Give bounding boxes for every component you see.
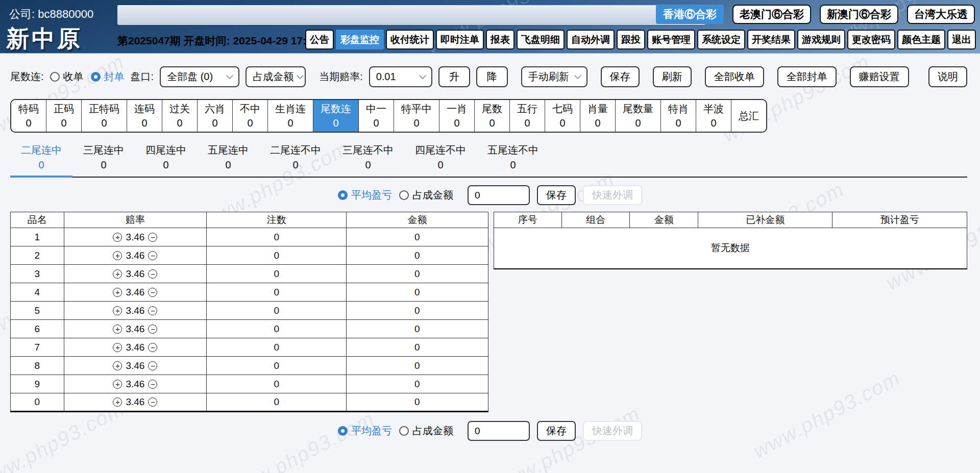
item-name-cell: 2 bbox=[11, 246, 64, 265]
nav-item[interactable]: 彩盘监控 bbox=[336, 30, 384, 49]
increase-odds-icon[interactable] bbox=[113, 306, 122, 315]
seal-all-button[interactable]: 全部封单 bbox=[777, 66, 837, 87]
category-tab[interactable]: 特肖 0 bbox=[661, 100, 696, 132]
raise-odds-button[interactable]: 升 bbox=[438, 66, 470, 87]
market-select[interactable]: 全部盘 (0) bbox=[160, 66, 239, 87]
nav-item[interactable]: 自动外调 bbox=[567, 30, 615, 49]
radio-icon bbox=[399, 190, 409, 200]
category-tab[interactable]: 特码 0 bbox=[11, 100, 46, 132]
category-tab[interactable]: 连码 0 bbox=[127, 100, 162, 132]
receive-all-button[interactable]: 全部收单 bbox=[705, 66, 764, 87]
refresh-button[interactable]: 刷新 bbox=[653, 66, 692, 87]
increase-odds-icon[interactable] bbox=[113, 380, 122, 389]
sub-tab[interactable]: 五尾连中 0 bbox=[197, 143, 259, 178]
nav-item[interactable]: 退出 bbox=[947, 30, 976, 49]
decrease-odds-icon[interactable] bbox=[148, 325, 157, 334]
decrease-odds-icon[interactable] bbox=[148, 397, 157, 407]
mode-radio-option[interactable]: 封单 bbox=[91, 70, 125, 84]
sub-tab[interactable]: 四尾连中 0 bbox=[135, 143, 197, 178]
lottery-tab[interactable]: 台湾大乐透 bbox=[907, 5, 975, 24]
nav-item[interactable]: 颜色主题 bbox=[897, 30, 945, 49]
nav-item[interactable]: 游戏规则 bbox=[797, 30, 845, 49]
save-button[interactable]: 保存 bbox=[601, 66, 640, 87]
category-tab[interactable]: 特平中 0 bbox=[394, 100, 439, 132]
help-button[interactable]: 说明 bbox=[928, 66, 967, 87]
category-tab[interactable]: 尾数连 0 bbox=[313, 100, 359, 132]
increase-odds-icon[interactable] bbox=[113, 288, 122, 297]
category-tab[interactable]: 六肖 0 bbox=[198, 100, 233, 132]
radio-icon bbox=[50, 72, 60, 82]
category-tab[interactable]: 尾数 0 bbox=[475, 100, 510, 132]
nav-item[interactable]: 开奖结果 bbox=[747, 30, 795, 49]
category-tab[interactable]: 肖量 0 bbox=[580, 100, 616, 132]
decrease-odds-icon[interactable] bbox=[148, 380, 157, 389]
sub-tab[interactable]: 二尾连不中 0 bbox=[259, 143, 332, 178]
category-tab[interactable]: 半波 0 bbox=[696, 100, 731, 132]
ratio-select[interactable]: 占成金额 bbox=[246, 66, 306, 87]
decrease-odds-icon[interactable] bbox=[148, 361, 157, 370]
sub-tab[interactable]: 三尾连不中 0 bbox=[332, 143, 404, 178]
decrease-odds-icon[interactable] bbox=[148, 251, 157, 260]
quick-adjust-button[interactable]: 快速外调 bbox=[583, 421, 642, 441]
category-tab[interactable]: 五行 0 bbox=[510, 100, 545, 132]
adjust-radio-option[interactable]: 平均盈亏 bbox=[338, 188, 392, 202]
category-tab[interactable]: 不中 0 bbox=[233, 100, 268, 132]
increase-odds-icon[interactable] bbox=[113, 251, 122, 260]
lottery-tab[interactable]: 老澳门⑥合彩 bbox=[732, 5, 811, 24]
increase-odds-icon[interactable] bbox=[113, 233, 122, 242]
adjust-bar-top: 平均盈亏 占成金额 保存 快速外调 bbox=[0, 185, 980, 205]
increase-odds-icon[interactable] bbox=[113, 325, 122, 334]
refresh-mode-select[interactable]: 手动刷新 bbox=[521, 66, 587, 87]
decrease-odds-icon[interactable] bbox=[148, 306, 157, 315]
decrease-odds-icon[interactable] bbox=[148, 288, 157, 297]
lottery-tab[interactable]: 香港⑥合彩 bbox=[656, 5, 724, 24]
nav-item[interactable]: 更改密码 bbox=[847, 30, 895, 49]
decrease-odds-icon[interactable] bbox=[148, 343, 157, 352]
adjust-save-button[interactable]: 保存 bbox=[537, 185, 576, 205]
lottery-tab[interactable]: 新澳门⑥合彩 bbox=[820, 5, 898, 24]
decrease-odds-icon[interactable] bbox=[148, 233, 157, 242]
nav-item[interactable]: 公告 bbox=[305, 30, 334, 49]
market-label: 盘口: bbox=[131, 70, 154, 84]
nav-item[interactable]: 收付统计 bbox=[386, 30, 434, 49]
category-tab[interactable]: 中一 0 bbox=[359, 100, 394, 132]
odds-cell: 3.46 bbox=[64, 338, 206, 357]
category-tab[interactable]: 过关 0 bbox=[162, 100, 198, 132]
odds-step-select[interactable]: 0.01 bbox=[369, 66, 432, 87]
nav-item[interactable]: 报表 bbox=[486, 30, 514, 49]
increase-odds-icon[interactable] bbox=[113, 343, 122, 352]
category-tab[interactable]: 总汇 bbox=[731, 100, 766, 132]
category-tab[interactable]: 尾数量 0 bbox=[616, 100, 661, 132]
sub-tab[interactable]: 三尾连中 0 bbox=[72, 143, 135, 178]
nav-item[interactable]: 飞盘明细 bbox=[517, 30, 565, 49]
mode-radio-option[interactable]: 收单 bbox=[50, 70, 84, 84]
category-tab[interactable]: 七码 0 bbox=[545, 100, 580, 132]
sub-tab[interactable]: 四尾连不中 0 bbox=[404, 143, 477, 178]
category-tab[interactable]: 一肖 0 bbox=[439, 100, 475, 132]
sub-tab[interactable]: 五尾连不中 0 bbox=[477, 143, 549, 178]
adjust-save-button[interactable]: 保存 bbox=[537, 421, 576, 441]
profit-settings-button[interactable]: 赚赔设置 bbox=[850, 66, 909, 87]
lower-odds-button[interactable]: 降 bbox=[476, 66, 508, 87]
quick-adjust-button[interactable]: 快速外调 bbox=[583, 185, 642, 205]
nav-item[interactable]: 跟投 bbox=[617, 30, 645, 49]
nav-item[interactable]: 系统设定 bbox=[697, 30, 745, 49]
category-tab[interactable]: 正特码 0 bbox=[82, 100, 127, 132]
nav-item[interactable]: 即时注单 bbox=[436, 30, 484, 49]
category-tab[interactable]: 生肖连 0 bbox=[268, 100, 313, 132]
adjust-amount-input[interactable] bbox=[468, 421, 530, 441]
nav-item[interactable]: 账号管理 bbox=[647, 30, 695, 49]
increase-odds-icon[interactable] bbox=[113, 269, 122, 279]
adjust-radio-option[interactable]: 平均盈亏 bbox=[338, 424, 392, 438]
adjust-amount-input[interactable] bbox=[468, 185, 530, 205]
decrease-odds-icon[interactable] bbox=[148, 269, 157, 279]
sub-tab[interactable]: 二尾连中 0 bbox=[10, 143, 72, 178]
adjust-radio-option[interactable]: 占成金额 bbox=[399, 188, 453, 202]
increase-odds-icon[interactable] bbox=[113, 397, 122, 407]
adjust-radio-option[interactable]: 占成金额 bbox=[399, 424, 453, 438]
increase-odds-icon[interactable] bbox=[113, 361, 122, 370]
toolbar: 尾数连: 收单 封单 盘口: 全部盘 (0) 占成金额 当期赔率: bbox=[0, 66, 980, 87]
amount-cell: 0 bbox=[347, 265, 488, 283]
category-tab[interactable]: 正码 0 bbox=[46, 100, 82, 132]
odds-cell: 3.46 bbox=[64, 228, 206, 246]
